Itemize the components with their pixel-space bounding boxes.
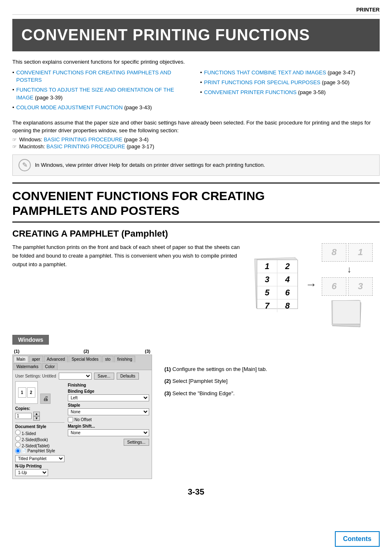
steps-list: (1) Configure the settings on the [Main]… bbox=[164, 365, 267, 398]
defaults-button[interactable]: Defaults bbox=[117, 373, 139, 380]
tab-finishing[interactable]: finishing bbox=[114, 356, 135, 362]
tab-advanced[interactable]: Advanced bbox=[44, 356, 68, 362]
copies-input[interactable] bbox=[15, 413, 32, 419]
page-num-5: 5 bbox=[257, 286, 277, 299]
separator bbox=[15, 422, 65, 423]
list-item: • FUNCTIONS THAT COMBINE TEXT AND IMAGES… bbox=[200, 69, 380, 76]
preview-inner: 1 2 bbox=[18, 387, 35, 398]
link-windows-procedure[interactable]: BASIC PRINTING PROCEDURE bbox=[44, 136, 122, 143]
binding-edge-select[interactable]: Left bbox=[68, 394, 149, 401]
radio-pamphlet-label: 📄 Pamphlet Style bbox=[21, 449, 55, 453]
mac-ref-page: (page 3-17) bbox=[127, 143, 154, 150]
dialog-container: (1) (2) (3) Main aper Advanced Special M… bbox=[12, 349, 152, 479]
copies-spinner[interactable]: ▲ ▼ bbox=[33, 412, 40, 421]
label-2: (2) bbox=[83, 349, 89, 354]
pamphlet-diagram: 1 2 3 4 5 6 7 8 → 8 bbox=[248, 243, 380, 327]
copies-label: Copies: bbox=[15, 406, 65, 411]
user-settings-row: User Settings: Untitled Save... Defaults bbox=[15, 373, 149, 380]
tab-color[interactable]: Color bbox=[42, 363, 58, 370]
radio-2sided-tablet-input[interactable] bbox=[15, 442, 21, 447]
bullet-dot: • bbox=[12, 104, 14, 111]
main-title-banner: CONVENIENT PRINTING FUNCTIONS bbox=[12, 19, 380, 51]
finishing-label: Finishing bbox=[68, 383, 149, 387]
bullet-link[interactable]: CONVENIENT FUNCTIONS FOR CREATING PAMPHL… bbox=[16, 69, 192, 84]
radio-pamphlet-input[interactable] bbox=[15, 448, 21, 454]
bottom-icons: 🖨 bbox=[40, 381, 51, 404]
titled-pamphlet-select[interactable]: Titled Pamphlet bbox=[15, 455, 65, 462]
diagram-wrapper: 1 2 3 4 5 6 7 8 → 8 bbox=[255, 243, 373, 327]
list-item: (2) Select [Pamphlet Style] bbox=[164, 377, 267, 385]
contents-button[interactable]: Contents bbox=[335, 531, 380, 547]
dialog-two-col: 1 2 🖨 Copies: bbox=[15, 381, 149, 476]
page-num-8: 8 bbox=[277, 299, 297, 312]
link-mac-procedure[interactable]: BASIC PRINTING PROCEDURE bbox=[46, 143, 125, 150]
bullet-text: CONVENIENT PRINTER FUNCTIONS (page 3-58) bbox=[204, 89, 326, 96]
n-up-select[interactable]: 1-Up bbox=[15, 469, 48, 476]
user-settings-label: User Settings: Untitled bbox=[15, 374, 56, 378]
user-settings-select[interactable] bbox=[59, 373, 92, 380]
mac-ref-label: Macintosh: bbox=[19, 143, 46, 150]
n-up-label: N-Up Printing bbox=[15, 464, 65, 468]
windows-layout: (1) (2) (3) Main aper Advanced Special M… bbox=[12, 349, 380, 479]
link-pamphlets[interactable]: CONVENIENT FUNCTIONS FOR CREATING PAMPHL… bbox=[16, 69, 171, 83]
printer-dialog: Main aper Advanced Special Modes sto fin… bbox=[12, 355, 152, 479]
preview-right: 2 bbox=[27, 387, 35, 398]
list-item: • COLOUR MODE ADJUSTMENT FUNCTION (page … bbox=[12, 104, 192, 111]
bullet-dot: • bbox=[200, 69, 202, 76]
tab-paper[interactable]: aper bbox=[29, 356, 43, 362]
pages-stack: 1 2 3 4 5 6 7 8 bbox=[255, 258, 300, 311]
bullet-col-left: • CONVENIENT FUNCTIONS FOR CREATING PAMP… bbox=[12, 69, 192, 114]
mac-ref-line: ☞ Macintosh: BASIC PRINTING PROCEDURE (p… bbox=[12, 143, 380, 150]
steps-container: (1) Configure the settings on the [Main]… bbox=[164, 349, 267, 402]
link-colour-mode[interactable]: COLOUR MODE ADJUSTMENT FUNCTION bbox=[16, 104, 123, 111]
radio-pamphlet[interactable]: 📄 Pamphlet Style bbox=[15, 448, 65, 454]
diagram-arrow: → bbox=[305, 278, 317, 291]
link-text-images[interactable]: FUNCTIONS THAT COMBINE TEXT AND IMAGES bbox=[204, 69, 326, 76]
link-special-purposes[interactable]: PRINT FUNCTIONS FOR SPECIAL PURPOSES bbox=[204, 79, 321, 85]
radio-2sided-tablet[interactable]: 2-Sided(Tablet) bbox=[15, 442, 65, 448]
list-item: • CONVENIENT PRINTER FUNCTIONS (page 3-5… bbox=[200, 89, 380, 96]
list-item: • CONVENIENT FUNCTIONS FOR CREATING PAMP… bbox=[12, 69, 192, 84]
pamphlet-icon: 📄 bbox=[21, 449, 26, 453]
tab-sto[interactable]: sto bbox=[102, 356, 113, 362]
tab-main[interactable]: Main bbox=[14, 356, 28, 362]
bullet-text: PRINT FUNCTIONS FOR SPECIAL PURPOSES (pa… bbox=[204, 79, 350, 86]
list-item: (1) Configure the settings on the [Main]… bbox=[164, 365, 267, 373]
bullet-columns: • CONVENIENT FUNCTIONS FOR CREATING PAMP… bbox=[12, 69, 380, 114]
radio-1sided-input[interactable] bbox=[15, 430, 21, 435]
page-ref: (page 3-50) bbox=[322, 79, 349, 85]
tab-watermarks[interactable]: Watermarks bbox=[14, 363, 42, 370]
step-3-num: (3) bbox=[164, 390, 171, 396]
no-offset-row[interactable]: No Offset bbox=[68, 417, 149, 422]
page-ref: (page 3-47) bbox=[327, 69, 355, 76]
section-title-banner: CONVENIENT FUNCTIONS FOR CREATING PAMPHL… bbox=[12, 182, 380, 223]
right-page-8: 8 bbox=[322, 243, 346, 262]
diagram-right: 8 1 ↓ 6 3 bbox=[322, 243, 373, 327]
ref-icon-mac: ☞ bbox=[12, 144, 17, 150]
staple-select[interactable]: None bbox=[68, 408, 149, 415]
dialog-tabs[interactable]: Main aper Advanced Special Modes sto fin… bbox=[13, 355, 152, 370]
bullet-text: FUNCTIONS TO ADJUST THE SIZE AND ORIENTA… bbox=[16, 86, 192, 101]
page-ref: (page 3-39) bbox=[35, 94, 62, 101]
copies-input-row[interactable]: ▲ ▼ bbox=[15, 412, 65, 421]
settings-button[interactable]: Settings... bbox=[124, 439, 149, 446]
no-offset-checkbox[interactable] bbox=[68, 417, 73, 422]
radio-2sided-book-input[interactable] bbox=[15, 436, 21, 441]
radio-2sided-book[interactable]: 2-Sided(Book) bbox=[15, 436, 65, 442]
copies-down[interactable]: ▼ bbox=[33, 416, 40, 421]
save-button[interactable]: Save... bbox=[94, 373, 114, 380]
copies-up[interactable]: ▲ bbox=[33, 412, 40, 416]
bullet-col-right: • FUNCTIONS THAT COMBINE TEXT AND IMAGES… bbox=[200, 69, 380, 114]
section-title: CONVENIENT FUNCTIONS FOR CREATING PAMPHL… bbox=[12, 189, 380, 218]
radio-1sided[interactable]: 1-Sided bbox=[15, 430, 65, 436]
note-box: ✎ In Windows, view printer driver Help f… bbox=[12, 154, 380, 176]
down-arrow-icon: ↓ bbox=[347, 264, 352, 275]
ref-icon: ☞ bbox=[12, 137, 17, 143]
tab-special-modes[interactable]: Special Modes bbox=[69, 356, 101, 362]
page-num-2: 2 bbox=[277, 260, 297, 273]
margin-shift-select[interactable]: None bbox=[68, 429, 149, 436]
link-printer-functions[interactable]: CONVENIENT PRINTER FUNCTIONS bbox=[204, 89, 297, 95]
staple-label: Staple bbox=[68, 403, 149, 408]
page-ref: (page 3-58) bbox=[298, 89, 325, 95]
radio-1sided-label: 1-Sided bbox=[22, 431, 36, 436]
